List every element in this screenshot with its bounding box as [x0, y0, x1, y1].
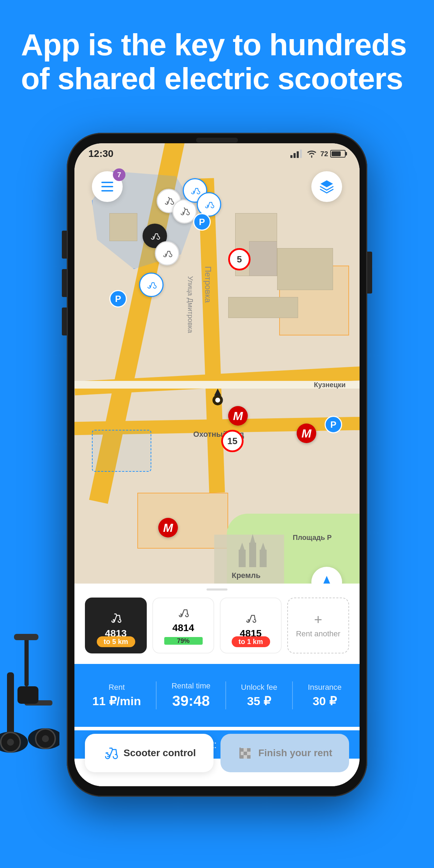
status-bar: 12:30	[74, 143, 360, 164]
unlock-fee-label: Unlock fee	[241, 683, 277, 692]
card-scooter-icon-1	[110, 612, 122, 624]
earpiece	[196, 138, 238, 143]
building-5	[109, 213, 137, 241]
parking-marker-2: P	[109, 290, 127, 308]
svg-rect-29	[244, 755, 247, 759]
building-2	[249, 241, 277, 276]
svg-rect-17	[260, 550, 267, 567]
insurance-label: Insurance	[308, 683, 342, 692]
svg-marker-19	[240, 543, 245, 550]
rental-time-info: Rental time 39:48	[172, 681, 210, 709]
svg-rect-16	[249, 543, 256, 567]
finish-rent-label: Finish your rent	[258, 747, 332, 759]
metro-sign-3: М	[158, 518, 178, 537]
rent-label: Rent	[109, 683, 125, 692]
battery-indicator: 72	[320, 150, 346, 158]
svg-rect-30	[247, 755, 251, 759]
status-icons: 72	[290, 150, 346, 158]
card-scooter-icon-2	[177, 606, 190, 619]
user-position	[212, 395, 223, 405]
svg-rect-31	[239, 747, 241, 759]
svg-rect-24	[247, 748, 251, 752]
speed-sign-1: 5	[228, 248, 251, 270]
parking-zone-dashed	[92, 430, 151, 472]
card-scooter-icon-3	[245, 612, 257, 624]
scooter-card-3[interactable]: 4815 to 1 km	[220, 598, 282, 653]
scooter-marker-6[interactable]	[139, 273, 164, 297]
rental-time-label: Rental time	[172, 681, 210, 690]
signal-icon	[290, 150, 303, 158]
bottom-panel: 4813 to 5 km 4814 79%	[74, 584, 360, 786]
rent-value: 11 ₽/min	[92, 694, 141, 708]
kremlin-icon	[235, 532, 270, 570]
layers-button[interactable]	[311, 171, 342, 202]
svg-rect-11	[290, 155, 292, 158]
scooter-card-2[interactable]: 4814 79%	[152, 598, 214, 653]
road-label-petrovka: Петровка	[203, 266, 213, 303]
svg-rect-27	[247, 752, 251, 755]
action-buttons: Scooter control	[85, 734, 349, 772]
rent-another-card[interactable]: + Rent another	[287, 598, 349, 653]
metro-sign-2: М	[297, 424, 316, 443]
svg-rect-14	[300, 150, 302, 158]
svg-rect-21	[106, 752, 108, 754]
scooter-decoration	[0, 609, 59, 756]
svg-marker-18	[250, 534, 255, 543]
phone-screen: 12:30	[74, 143, 360, 786]
svg-rect-26	[244, 752, 247, 755]
rental-time-value: 39:48	[172, 693, 210, 709]
card-badge-2: 79%	[164, 637, 203, 645]
label-square: Площадь Р	[293, 534, 332, 542]
notification-badge: 7	[113, 168, 125, 181]
svg-rect-5	[24, 637, 29, 686]
rent-info: Rent 11 ₽/min	[92, 683, 141, 708]
insurance-value: 30 ₽	[313, 694, 337, 708]
menu-button[interactable]: 7	[92, 171, 123, 202]
finish-icon	[237, 745, 253, 761]
hero-title: App is the key to hundreds of shared ele…	[21, 28, 413, 96]
svg-point-9	[7, 739, 14, 746]
svg-rect-15	[239, 550, 246, 567]
svg-point-10	[42, 735, 49, 742]
label-kuznetski: Кузнецки	[314, 381, 346, 389]
svg-marker-20	[261, 543, 266, 550]
wifi-icon	[306, 150, 317, 158]
info-row: Rent 11 ₽/min Rental time 39:48 Unlock f…	[74, 664, 360, 727]
rent-another-label: Rent another	[296, 629, 340, 638]
label-kreml: Кремль	[232, 571, 261, 580]
scooter-card-1[interactable]: 4813 to 5 km	[85, 598, 147, 653]
scooter-control-icon	[103, 745, 118, 761]
layers-icon	[319, 179, 334, 194]
scooter-marker-5[interactable]	[155, 241, 179, 266]
metro-sign-1: М	[228, 406, 248, 426]
unlock-fee-value: 35 ₽	[247, 694, 271, 708]
svg-rect-13	[297, 151, 299, 158]
road-label-dmitrovka: Улица Дмитровка	[186, 276, 194, 333]
divider-1	[156, 681, 157, 709]
divider-2	[225, 681, 226, 709]
unlock-fee-info: Unlock fee 35 ₽	[241, 683, 277, 708]
status-time: 12:30	[88, 148, 114, 159]
scooter-control-button[interactable]: Scooter control	[85, 734, 214, 772]
parking-marker-1: P	[193, 213, 211, 231]
divider-3	[292, 681, 293, 709]
phone-frame: 12:30	[67, 133, 367, 797]
svg-rect-23	[244, 748, 247, 752]
building-4	[228, 297, 298, 318]
panel-handle	[207, 588, 227, 591]
plus-icon: +	[314, 613, 322, 627]
finish-rent-button[interactable]: Finish your rent	[220, 734, 349, 772]
svg-rect-4	[17, 686, 38, 704]
scooter-control-label: Scooter control	[124, 747, 196, 759]
card-number-2: 4814	[172, 622, 194, 634]
building-3	[277, 248, 333, 290]
hamburger-icon	[101, 182, 113, 191]
svg-rect-6	[14, 634, 38, 640]
svg-rect-12	[294, 153, 296, 158]
card-badge-3: to 1 km	[231, 636, 270, 647]
card-badge-1: to 5 km	[96, 636, 135, 647]
speed-sign-2: 15	[221, 430, 244, 452]
insurance-info: Insurance 30 ₽	[308, 683, 342, 708]
parking-marker-3: P	[325, 416, 342, 433]
map-area: Петровка Улица Дмитровка Охотный Ряд Куз…	[74, 143, 360, 612]
